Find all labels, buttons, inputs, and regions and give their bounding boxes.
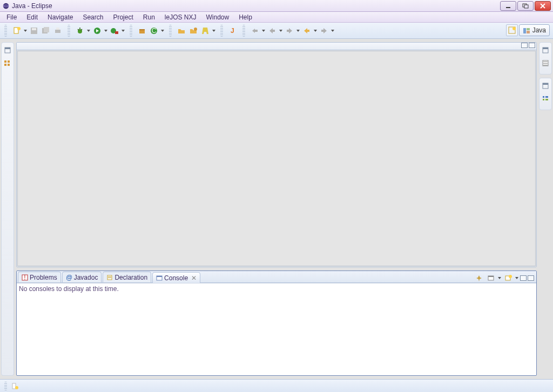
status-handle[interactable] <box>4 382 7 390</box>
svg-rect-50 <box>543 63 548 64</box>
svg-rect-10 <box>44 27 49 32</box>
svg-point-59 <box>15 386 18 389</box>
bottom-panel: ! Problems @ Javadoc Declaration Console… <box>16 271 537 376</box>
pin-console-button[interactable] <box>474 272 484 284</box>
menu-navigate[interactable]: Navigate <box>43 12 77 22</box>
maximize-button[interactable] <box>517 1 534 11</box>
svg-rect-18 <box>139 29 145 30</box>
perspective-java[interactable]: Java <box>519 24 550 36</box>
menu-edit[interactable]: Edit <box>22 12 42 22</box>
toolbar-handle[interactable] <box>242 25 245 37</box>
svg-rect-47 <box>543 48 548 49</box>
toolbar-handle[interactable] <box>220 25 223 37</box>
minimize-button[interactable] <box>500 1 516 11</box>
status-marker-icon[interactable] <box>10 382 19 390</box>
svg-point-21 <box>194 28 197 31</box>
run-external-button[interactable] <box>109 25 120 37</box>
svg-rect-12 <box>56 28 59 30</box>
toolbar-handle[interactable] <box>68 25 70 37</box>
svg-point-45 <box>509 275 512 278</box>
toolbar-handle[interactable] <box>169 25 172 37</box>
open-console-button[interactable] <box>503 272 514 284</box>
forward-dropdown[interactable] <box>296 30 300 32</box>
save-button[interactable] <box>29 25 39 37</box>
new-dropdown[interactable] <box>23 30 28 32</box>
svg-rect-32 <box>8 60 10 63</box>
display-console-button[interactable] <box>485 272 496 284</box>
display-console-dropdown[interactable] <box>497 277 502 279</box>
run-external-dropdown[interactable] <box>121 30 125 32</box>
editor-area <box>16 42 537 267</box>
svg-rect-56 <box>543 99 544 100</box>
menu-window[interactable]: Window <box>202 12 234 22</box>
menu-lejos[interactable]: leJOS NXJ <box>160 12 201 22</box>
restore-view-icon[interactable] <box>3 46 12 55</box>
outline-icon[interactable] <box>541 94 550 103</box>
problems-icon: ! <box>22 274 28 281</box>
toolbar-handle[interactable] <box>130 25 132 37</box>
last-edit-button[interactable] <box>249 25 260 37</box>
debug-button[interactable] <box>75 25 85 37</box>
svg-rect-57 <box>545 99 548 100</box>
tab-console[interactable]: Console ✕ <box>152 272 200 283</box>
svg-rect-38 <box>108 276 111 277</box>
last-edit-dropdown[interactable] <box>261 30 266 32</box>
save-all-button[interactable] <box>41 25 51 37</box>
editor-maximize-button[interactable] <box>529 43 535 48</box>
forward-button[interactable] <box>284 25 295 37</box>
back-dropdown[interactable] <box>279 30 283 32</box>
menu-project[interactable]: Project <box>109 12 137 22</box>
new-class-button[interactable]: C <box>149 25 159 37</box>
print-button[interactable] <box>52 25 63 37</box>
svg-rect-49 <box>543 62 548 62</box>
new-package-button[interactable] <box>137 25 147 37</box>
svg-rect-31 <box>4 64 6 66</box>
tab-declaration[interactable]: Declaration <box>103 272 151 282</box>
task-list-icon[interactable] <box>541 59 550 67</box>
open-console-dropdown[interactable] <box>515 277 519 279</box>
svg-point-24 <box>512 27 516 30</box>
panel-minimize-button[interactable] <box>520 275 527 281</box>
menu-search[interactable]: Search <box>78 12 107 22</box>
tab-javadoc[interactable]: @ Javadoc <box>62 272 102 282</box>
run-button[interactable] <box>92 25 103 37</box>
menu-help[interactable]: Help <box>234 12 257 22</box>
declaration-icon <box>106 274 113 281</box>
nav-back-dropdown[interactable] <box>313 30 318 32</box>
tab-label: Javadoc <box>74 274 98 281</box>
svg-rect-41 <box>157 276 162 277</box>
open-type-button[interactable] <box>176 25 187 37</box>
window-title: Java - Eclipse <box>12 2 500 10</box>
main-toolbar: C J Java <box>0 23 553 39</box>
open-task-button[interactable] <box>188 25 199 37</box>
close-tab-icon[interactable]: ✕ <box>191 274 197 282</box>
debug-dropdown[interactable] <box>86 30 91 32</box>
restore-view-icon[interactable] <box>541 82 550 90</box>
nav-back-button[interactable] <box>301 25 312 37</box>
run-dropdown[interactable] <box>104 30 108 32</box>
close-button[interactable] <box>535 1 551 11</box>
svg-rect-2 <box>506 7 510 8</box>
panel-maximize-button[interactable] <box>528 275 534 281</box>
search-button[interactable] <box>200 25 211 37</box>
search-dropdown[interactable] <box>212 30 216 32</box>
console-toolbar <box>474 272 534 284</box>
new-class-dropdown[interactable] <box>160 30 165 32</box>
svg-rect-27 <box>527 31 530 33</box>
editor-area-column: ! Problems @ Javadoc Declaration Console… <box>16 42 537 376</box>
toolbar-handle[interactable] <box>4 25 7 37</box>
tab-problems[interactable]: ! Problems <box>18 272 61 282</box>
menu-file[interactable]: File <box>2 12 21 22</box>
editor-minimize-button[interactable] <box>521 43 528 48</box>
left-trim-stack <box>1 42 14 376</box>
open-perspective-button[interactable] <box>506 24 518 36</box>
new-button[interactable] <box>11 25 22 37</box>
perspective-label: Java <box>532 26 546 34</box>
back-button[interactable] <box>267 25 278 37</box>
package-explorer-icon[interactable] <box>3 59 12 67</box>
restore-view-icon[interactable] <box>541 46 550 55</box>
nav-forward-button[interactable] <box>319 25 329 37</box>
menu-run[interactable]: Run <box>139 12 159 22</box>
lejos-button[interactable]: J <box>227 25 238 37</box>
nav-forward-dropdown[interactable] <box>331 30 335 32</box>
